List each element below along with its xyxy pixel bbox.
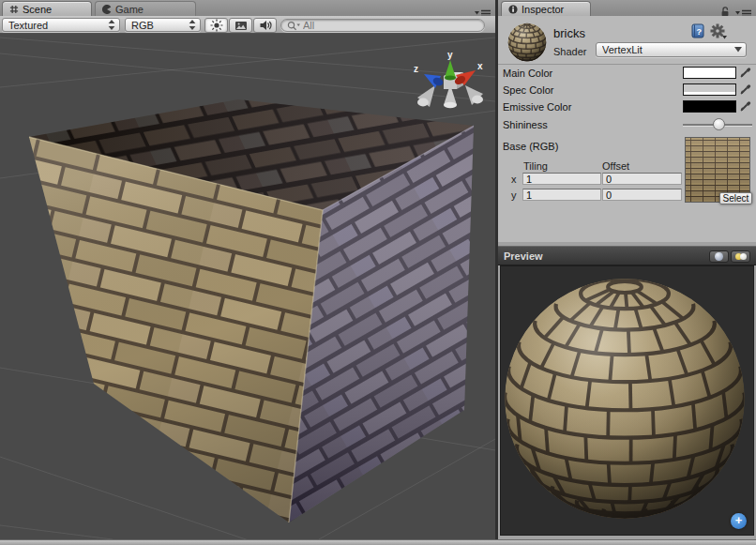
view-orientation-gizmo[interactable]: y x z [414, 50, 483, 108]
material-header: bricks Shader VertexLit ? [498, 16, 756, 65]
shininess-slider-thumb[interactable] [713, 118, 725, 130]
search-icon [287, 21, 300, 31]
scene-toolbar: Textured RGB [0, 16, 495, 34]
tab-scene[interactable]: Scene [2, 1, 92, 16]
base-texture-label: Base (RGB) [503, 141, 558, 152]
updown-arrows-icon [108, 20, 115, 30]
preview-shape-button[interactable] [709, 250, 729, 263]
render-mode-value: Textured [8, 20, 108, 31]
preview-sphere [501, 266, 753, 535]
chevron-down-icon [734, 47, 742, 53]
inspector-tabbar: Inspector [498, 0, 756, 16]
tab-inspector-label: Inspector [522, 4, 564, 15]
gizmo-x-label: x [477, 61, 483, 71]
tiling-y-field[interactable] [522, 189, 601, 201]
shader-value: VertexLit [602, 44, 734, 55]
scene-tabbar: Scene Game [0, 0, 495, 16]
preview-content[interactable]: + [500, 265, 754, 536]
help-glyph: ? [697, 27, 703, 37]
speaker-icon [259, 19, 272, 32]
info-icon [508, 5, 518, 14]
channels-dropdown[interactable]: RGB [125, 18, 201, 32]
image-icon [234, 20, 248, 32]
preview-add-button[interactable]: + [731, 513, 747, 529]
main-color-swatch[interactable] [683, 67, 736, 79]
inspector-column: Inspector bricks Shader VertexLit [498, 0, 756, 539]
inspector-panel-menu-icon[interactable] [735, 5, 752, 13]
brick-cube[interactable] [29, 99, 474, 522]
help-book-icon[interactable]: ? [689, 23, 706, 39]
unity-editor-window: Scene Game Textured RGB [0, 0, 756, 545]
spec-color-swatch[interactable] [683, 83, 736, 96]
grid-icon [9, 5, 19, 14]
tab-game-label: Game [115, 4, 144, 15]
scene-viewport[interactable]: y x z [0, 34, 495, 539]
spec-color-label: Spec Color [503, 84, 553, 96]
scene-fx-button[interactable] [229, 18, 252, 33]
eyedropper-icon[interactable] [739, 66, 752, 79]
offset-x-field[interactable] [602, 173, 682, 185]
texture-select-button[interactable]: Select [719, 192, 752, 204]
sun-icon [210, 19, 223, 32]
light-dot-icon [740, 253, 747, 260]
emissive-color-label: Emissive Color [503, 101, 571, 113]
material-properties: Main Color Spec Color Emissive Color Shi… [498, 65, 756, 242]
offset-header: Offset [602, 160, 629, 172]
axis-y-label: y [511, 189, 517, 201]
window-resize-strip[interactable] [0, 539, 756, 545]
tab-inspector[interactable]: Inspector [501, 1, 591, 16]
shininess-slider[interactable] [683, 124, 752, 126]
material-name: bricks [553, 26, 585, 40]
channels-value: RGB [131, 20, 189, 31]
scene-3d-canvas[interactable]: y x z [0, 34, 495, 539]
tiling-header: Tiling [523, 160, 548, 172]
updown-arrows-icon [189, 20, 196, 30]
main-color-label: Main Color [503, 68, 552, 79]
gizmo-y-label: y [447, 50, 453, 60]
material-sphere-icon [507, 22, 548, 63]
tiling-x-field[interactable] [522, 173, 601, 185]
emissive-color-swatch[interactable] [683, 100, 736, 113]
gizmo-z-label: z [414, 64, 418, 74]
scene-audio-button[interactable] [253, 18, 277, 33]
preview-header[interactable]: Preview [498, 246, 756, 265]
axis-x-label: x [511, 174, 517, 185]
inspector-body: bricks Shader VertexLit ? [498, 16, 756, 242]
eyedropper-icon[interactable] [739, 99, 752, 113]
scene-panel: Scene Game Textured RGB [0, 0, 495, 539]
eyedropper-icon[interactable] [739, 83, 752, 96]
preview-title: Preview [504, 250, 543, 262]
scene-panel-menu-icon[interactable] [475, 5, 491, 13]
tab-game[interactable]: Game [95, 1, 196, 16]
gizmo-y-axis-cone [445, 60, 456, 78]
tab-scene-label: Scene [23, 4, 52, 15]
offset-y-field[interactable] [602, 189, 682, 201]
scene-lighting-button[interactable] [204, 18, 228, 33]
shininess-label: Shininess [503, 119, 548, 130]
sphere-icon [715, 252, 723, 261]
gear-icon[interactable] [710, 23, 727, 39]
preview-lighting-button[interactable] [731, 250, 750, 263]
search-field [280, 19, 485, 32]
pacman-icon [102, 5, 112, 14]
shader-dropdown[interactable]: VertexLit [596, 42, 747, 57]
render-mode-dropdown[interactable]: Textured [2, 18, 120, 32]
shader-label: Shader [553, 46, 586, 57]
search-input[interactable] [303, 20, 478, 31]
